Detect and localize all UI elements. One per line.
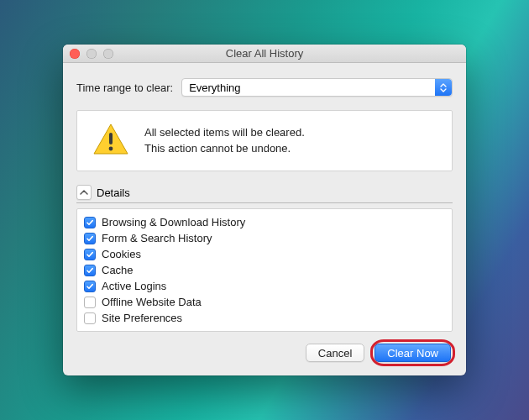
time-range-value: Everything <box>189 81 240 94</box>
dialog-window: Clear All History Time range to clear: E… <box>63 45 466 375</box>
check-icon <box>86 234 94 243</box>
chevron-up-icon <box>80 189 88 196</box>
check-icon <box>86 218 94 227</box>
checkbox[interactable] <box>84 265 96 276</box>
checklist-item-label: Active Logins <box>102 280 166 292</box>
checkbox[interactable] <box>84 249 96 260</box>
dialog-footer: Cancel Clear Now <box>76 342 453 364</box>
svg-point-1 <box>109 147 113 151</box>
checklist-item[interactable]: Site Preferences <box>84 310 445 326</box>
details-checklist: Browsing & Download HistoryForm & Search… <box>76 208 453 332</box>
details-header[interactable]: Details <box>76 185 453 203</box>
warning-icon <box>92 123 129 159</box>
checklist-item-label: Cookies <box>102 248 141 260</box>
cancel-button[interactable]: Cancel <box>306 344 364 362</box>
checklist-item[interactable]: Cache <box>84 262 445 278</box>
warning-line-2: This action cannot be undone. <box>144 141 305 156</box>
checkbox[interactable] <box>84 217 96 228</box>
time-range-select[interactable]: Everything <box>181 78 453 97</box>
check-icon <box>86 266 94 275</box>
check-icon <box>86 250 94 259</box>
checklist-item-label: Site Preferences <box>102 312 182 324</box>
details-label: Details <box>97 186 130 199</box>
checkbox[interactable] <box>84 281 96 292</box>
checklist-item-label: Browsing & Download History <box>102 216 245 228</box>
warning-text: All selected items will be cleared. This… <box>144 125 305 155</box>
checklist-item[interactable]: Form & Search History <box>84 230 445 246</box>
dialog-content: Time range to clear: Everything All sele… <box>63 63 466 375</box>
clear-now-button[interactable]: Clear Now <box>374 344 451 362</box>
checkbox[interactable] <box>84 233 96 244</box>
checklist-item[interactable]: Active Logins <box>84 278 445 294</box>
checklist-item[interactable]: Cookies <box>84 246 445 262</box>
checklist-item[interactable]: Browsing & Download History <box>84 214 445 230</box>
checklist-item-label: Offline Website Data <box>102 296 202 308</box>
svg-rect-0 <box>109 133 113 144</box>
warning-line-1: All selected items will be cleared. <box>144 125 305 140</box>
checkbox[interactable] <box>84 312 96 324</box>
time-range-row: Time range to clear: Everything <box>76 78 453 97</box>
details-toggle[interactable] <box>76 185 92 200</box>
select-arrows-icon <box>435 79 452 96</box>
warning-box: All selected items will be cleared. This… <box>76 110 453 171</box>
time-range-label: Time range to clear: <box>76 81 173 94</box>
window-title: Clear All History <box>63 47 466 60</box>
checklist-item[interactable]: Offline Website Data <box>84 294 445 310</box>
checklist-item-label: Form & Search History <box>102 232 212 244</box>
highlight-annotation: Clear Now <box>373 342 453 364</box>
titlebar: Clear All History <box>63 45 466 63</box>
checklist-item-label: Cache <box>102 264 134 276</box>
checkbox[interactable] <box>84 297 96 308</box>
check-icon <box>86 282 94 291</box>
